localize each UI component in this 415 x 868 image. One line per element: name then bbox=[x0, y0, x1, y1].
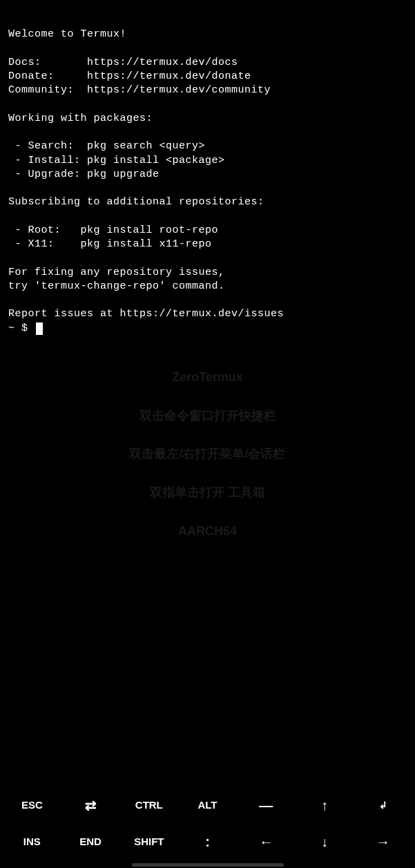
extra-keys-toolbar: ESC ⇄ CTRL ALT — ↑ ↲ INS END SHIFT : ← ↓… bbox=[0, 796, 415, 851]
key-colon[interactable]: : bbox=[178, 833, 237, 851]
key-down[interactable]: ↓ bbox=[296, 833, 354, 851]
key-alt[interactable]: ALT bbox=[178, 798, 237, 812]
repo-heading: Subscribing to additional repositories: bbox=[8, 196, 264, 208]
issues-line: Report issues at https://termux.dev/issu… bbox=[8, 308, 284, 320]
key-shift[interactable]: SHIFT bbox=[119, 835, 178, 849]
key-row-2: INS END SHIFT : ← ↓ → bbox=[3, 833, 412, 851]
terminal-output[interactable]: Welcome to Termux! Docs: https://termux.… bbox=[0, 0, 415, 358]
fix-line-1: For fixing any repository issues, bbox=[8, 267, 225, 278]
donate-label: Donate: bbox=[8, 70, 87, 82]
watermark-title: ZeroTermux bbox=[0, 368, 415, 387]
welcome-text: Welcome to Termux! bbox=[8, 28, 126, 40]
donate-url: https://termux.dev/donate bbox=[87, 70, 251, 82]
key-enter[interactable]: ↲ bbox=[354, 799, 412, 812]
watermark-overlay: ZeroTermux 双击命令窗口打开快捷栏 双击最左/右打开菜单/会话栏 双指… bbox=[0, 349, 415, 561]
community-label: Community: bbox=[8, 84, 87, 96]
key-dash[interactable]: — bbox=[237, 796, 296, 815]
key-ins[interactable]: INS bbox=[3, 835, 61, 849]
key-row-1: ESC ⇄ CTRL ALT — ↑ ↲ bbox=[3, 796, 412, 815]
pkg-heading: Working with packages: bbox=[8, 113, 153, 124]
watermark-hint-2: 双击最左/右打开菜单/会话栏 bbox=[0, 445, 415, 464]
key-ctrl[interactable]: CTRL bbox=[119, 798, 178, 812]
watermark-hint-3: 双指单击打开 工具箱 bbox=[0, 483, 415, 503]
pkg-install-line: - Install: pkg install <package> bbox=[8, 155, 225, 166]
key-tab[interactable]: ⇄ bbox=[61, 796, 120, 815]
pkg-upgrade-line: - Upgrade: pkg upgrade bbox=[8, 168, 160, 180]
watermark-hint-1: 双击命令窗口打开快捷栏 bbox=[0, 407, 415, 426]
docs-url: https://termux.dev/docs bbox=[87, 57, 238, 68]
key-right[interactable]: → bbox=[354, 833, 412, 851]
shell-prompt: ~ $ bbox=[8, 322, 35, 336]
pkg-search-line: - Search: pkg search <query> bbox=[8, 140, 205, 152]
repo-x11-line: - X11: pkg install x11-repo bbox=[8, 238, 212, 250]
fix-line-2: try 'termux-change-repo' command. bbox=[8, 280, 225, 292]
home-indicator[interactable] bbox=[132, 863, 284, 867]
key-left[interactable]: ← bbox=[237, 833, 296, 851]
key-up[interactable]: ↑ bbox=[296, 796, 354, 815]
repo-root-line: - Root: pkg install root-repo bbox=[8, 224, 218, 236]
cursor[interactable] bbox=[36, 322, 43, 335]
key-end[interactable]: END bbox=[61, 835, 120, 849]
key-esc[interactable]: ESC bbox=[3, 798, 61, 812]
docs-label: Docs: bbox=[8, 57, 87, 68]
community-url: https://termux.dev/community bbox=[87, 84, 271, 96]
watermark-arch: AARCH64 bbox=[0, 522, 415, 541]
